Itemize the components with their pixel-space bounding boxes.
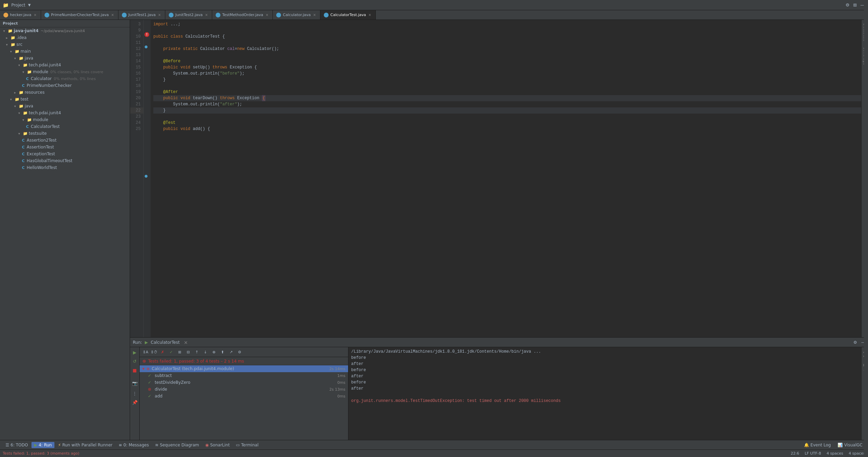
collapse-btn[interactable]: ⊟ xyxy=(184,348,192,356)
tree-test-tech-pdai[interactable]: ▾ 📁 tech.pdai.junit4 xyxy=(0,109,130,116)
tree-main-java-label: java xyxy=(25,56,33,61)
status-spaces[interactable]: 4 spaces xyxy=(827,451,843,456)
tree-main-java-icon: 📁 xyxy=(18,55,24,61)
tab-calculatortest-close[interactable]: × xyxy=(368,12,372,17)
tree-resources-icon: 📁 xyxy=(18,90,24,95)
tab-testmethodorder[interactable]: TestMethodOrder.java × xyxy=(212,10,273,19)
run-photo-btn[interactable]: 📷 xyxy=(131,379,139,387)
project-dropdown-icon[interactable]: ▼ xyxy=(28,3,31,7)
run-class-name[interactable]: CalculatorTest xyxy=(151,340,180,345)
tree-main-java[interactable]: ▾ 📁 java xyxy=(0,55,130,62)
run-rerun-btn[interactable]: ↺ xyxy=(131,357,139,365)
run-settings-icon[interactable]: ⚙ xyxy=(853,340,857,345)
tree-test-module[interactable]: ▾ 📁 module xyxy=(0,116,130,123)
tab-junit1-close[interactable]: × xyxy=(157,12,162,17)
gutter-error-10[interactable]: ! xyxy=(144,32,149,37)
tab-checker-icon xyxy=(3,13,8,17)
export-btn[interactable]: ⬆ xyxy=(219,348,226,356)
prev-fail-btn[interactable]: ↑ xyxy=(193,348,201,356)
tree-calculator-file[interactable]: C Calculator 0% methods, 0% lines xyxy=(0,75,130,82)
code-line-20: public void tearDown() throws Exception … xyxy=(153,95,861,101)
tree-src[interactable]: ▾ 📁 src xyxy=(0,41,130,48)
tree-testsuite[interactable]: ▾ 📁 testsuite xyxy=(0,130,130,137)
test-add-pass-icon: ✓ xyxy=(148,394,151,399)
project-label[interactable]: Project xyxy=(11,3,25,8)
code-line-10: public class CalculatorTest { xyxy=(153,34,861,40)
tree-assertion2test[interactable]: C Assertion2Test xyxy=(0,137,130,144)
tab-junit2[interactable]: JunitTest2.java × xyxy=(165,10,212,19)
code-line-12: private static Calculator cal=new Calcul… xyxy=(153,46,861,52)
run-icon: ▶ xyxy=(34,443,37,447)
tab-calculator[interactable]: Calculator.java × xyxy=(273,10,320,19)
tab-calculator-close[interactable]: × xyxy=(312,12,317,17)
run-all-btn[interactable]: ⊕ xyxy=(210,348,218,356)
tree-hasglobaltimeouttest[interactable]: C HasGlobalTimeoutTest xyxy=(0,157,130,164)
run-class-icon: ▶ xyxy=(145,340,148,345)
tree-tech-pdai[interactable]: ▾ 📁 tech.pdai.junit4 xyxy=(0,62,130,68)
visualgc-btn[interactable]: 📊 VisualGC xyxy=(835,442,865,448)
sort-alpha-btn[interactable]: ↕A xyxy=(142,348,149,356)
test-item-subtract[interactable]: ✓ subtract 1ms xyxy=(140,372,348,379)
sonarlint-btn[interactable]: ◉ SonarLint xyxy=(202,442,232,448)
code-content[interactable]: import ...; public class CalculatorTest … xyxy=(151,20,861,337)
test-item-testdividebyzero[interactable]: ✓ testDivideByZero 0ms xyxy=(140,379,348,386)
tree-assertiontest[interactable]: C AssertionTest xyxy=(0,144,130,151)
test-status-bar: ⊗ Tests failed: 1, passed: 3 of 4 tests … xyxy=(140,357,348,365)
run-pin-btn[interactable]: 📌 xyxy=(131,399,139,406)
run-close[interactable]: × xyxy=(184,340,188,345)
sequence-btn[interactable]: ≋ Sequence Diagram xyxy=(152,442,202,448)
expand-btn[interactable]: ⊞ xyxy=(176,348,183,356)
config-btn[interactable]: ⚙ xyxy=(236,348,243,356)
tab-junit1[interactable]: JunitTest1.java × xyxy=(118,10,165,19)
tree-primenumber[interactable]: C PrimeNumberChecker xyxy=(0,82,130,89)
gutter-breakpoint-12[interactable]: ● xyxy=(144,44,148,49)
eventlog-btn[interactable]: 🔔 Event Log xyxy=(801,442,834,448)
parallel-btn[interactable]: ⚡ Run with Parallel Runner xyxy=(55,442,115,448)
tab-primenumber[interactable]: PrimeNumberCheckerTest.java × xyxy=(41,10,118,19)
code-line-22: } xyxy=(153,107,861,114)
run-btn[interactable]: ▶ 4: Run xyxy=(31,442,55,448)
tree-main-icon: 📁 xyxy=(14,49,20,54)
console-line-9: org.junit.runners.model.TestTimedOutExce… xyxy=(351,398,858,404)
tree-calculatortest-file[interactable]: C CalculatorTest xyxy=(0,123,130,130)
layout-icon[interactable]: ⊞ xyxy=(852,2,858,8)
settings-icon[interactable]: ⚙ xyxy=(845,2,850,8)
tree-resources[interactable]: ▸ 📁 resources xyxy=(0,89,130,96)
tree-exceptiontest[interactable]: C ExceptionTest xyxy=(0,151,130,157)
line-num-24: 24 xyxy=(130,120,143,126)
next-fail-btn[interactable]: ↓ xyxy=(202,348,209,356)
test-item-divide[interactable]: ⊗ divide 2s 13ms xyxy=(140,386,348,393)
tree-helloworldtest[interactable]: C HelloWorldTest xyxy=(0,164,130,171)
status-encoding[interactable]: LF UTF-8 xyxy=(805,451,821,456)
sort-duration-btn[interactable]: ↕⏱ xyxy=(150,348,158,356)
tab-calculatortest[interactable]: CalculatorTest.java × xyxy=(320,10,375,19)
tree-idea[interactable]: ▸ 📁 .idea xyxy=(0,34,130,41)
tree-test-icon: 📁 xyxy=(14,96,20,102)
tab-junit2-close[interactable]: × xyxy=(204,12,208,17)
filter-passed-btn[interactable]: ✓ xyxy=(167,348,175,356)
terminal-btn[interactable]: ▭ Terminal xyxy=(233,442,261,448)
status-position[interactable]: 22:6 xyxy=(791,451,799,456)
run-stop-btn[interactable]: ■ xyxy=(131,366,139,374)
tree-root[interactable]: ▾ 📁 java-junit4 ~/pdai/www/java-junit4 xyxy=(0,27,130,34)
messages-btn[interactable]: ≡ 0: Messages xyxy=(116,442,151,448)
run-play-btn[interactable]: ▶ xyxy=(131,349,139,356)
tab-primenumber-icon xyxy=(44,13,49,17)
tree-main[interactable]: ▾ 📁 main xyxy=(0,48,130,55)
tab-checker[interactable]: hecker.java × xyxy=(0,10,41,19)
tree-test-java[interactable]: ▾ 📁 java xyxy=(0,103,130,109)
todo-btn[interactable]: ☰ 6: TODO xyxy=(3,442,31,448)
code-area[interactable]: 3 9 10 11 12 13 14 15 16 17 18 19 20 21 … xyxy=(130,20,868,337)
test-item-add[interactable]: ✓ add 0ms xyxy=(140,393,348,400)
gutter-breakpoint-25[interactable]: ● xyxy=(144,174,148,178)
filter-failed-btn[interactable]: ✗ xyxy=(159,348,166,356)
tab-primenumber-close[interactable]: × xyxy=(111,12,115,17)
tab-checker-close[interactable]: × xyxy=(33,12,37,17)
tab-testmethodorder-close[interactable]: × xyxy=(265,12,269,17)
test-item-root[interactable]: ▾ ⊗ CalculatorTest (tech.pdai.junit4.mod… xyxy=(140,365,348,372)
tree-resources-label: resources xyxy=(25,90,44,95)
tree-module[interactable]: ▾ 📁 module 0% classes, 0% lines covere xyxy=(0,68,130,75)
run-sort-btn[interactable]: ⋮ xyxy=(131,390,139,397)
tree-test[interactable]: ▾ 📁 test xyxy=(0,96,130,103)
open-btn[interactable]: ↗ xyxy=(227,348,235,356)
